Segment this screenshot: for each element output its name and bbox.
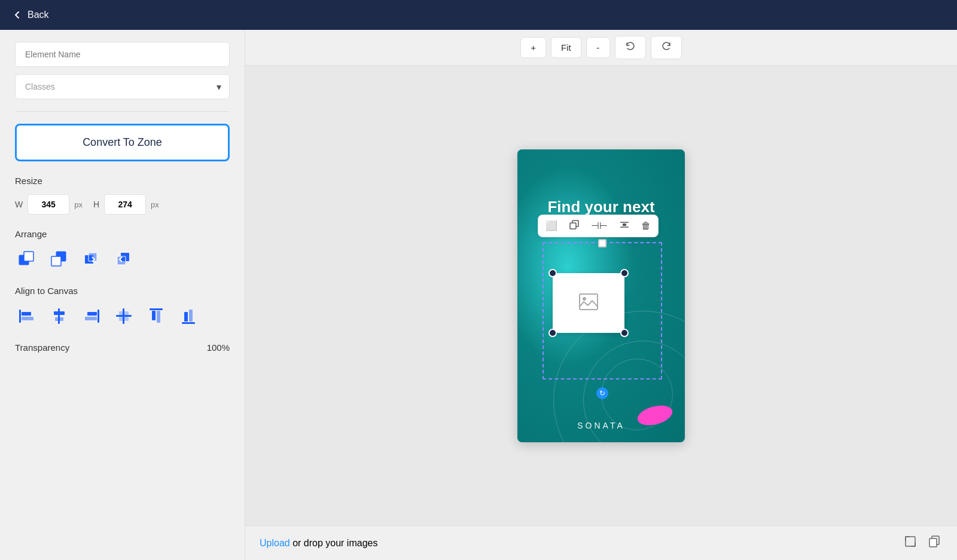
svg-rect-15 (87, 312, 97, 316)
transparency-value: 100% (207, 342, 230, 353)
expand-icon (904, 535, 916, 547)
svg-rect-20 (150, 308, 163, 310)
phone-headline: Find your nextgetaway (517, 197, 685, 238)
svg-rect-33 (906, 537, 915, 546)
height-unit: px (151, 200, 159, 209)
phone-card[interactable]: Find your nextgetaway ⬜ (517, 149, 685, 442)
upload-link[interactable]: Upload (260, 538, 290, 548)
fit-button[interactable]: Fit (551, 37, 581, 58)
zoom-out-button[interactable]: - (586, 37, 610, 58)
back-arrow-icon (12, 10, 23, 20)
expand-icon-button[interactable] (902, 533, 919, 553)
transparency-label: Transparency (15, 342, 69, 353)
bottom-icons (902, 533, 943, 553)
classes-dropdown-wrapper: Classes (15, 74, 230, 99)
copy-icon (928, 535, 940, 547)
svg-rect-25 (189, 310, 193, 322)
width-unit: px (74, 200, 83, 209)
element-name-input[interactable] (15, 42, 230, 67)
left-panel: Classes Convert To Zone Resize W px H px… (0, 30, 245, 560)
svg-rect-9 (22, 312, 31, 316)
center-horizontal-button[interactable] (47, 304, 71, 328)
bottom-bar: Upload or drop your images (245, 525, 957, 560)
bring-to-front-button[interactable] (15, 247, 39, 271)
upload-area: Upload or drop your images (260, 538, 377, 549)
svg-rect-11 (58, 308, 60, 324)
height-label: H (93, 200, 99, 209)
arrange-icons-row (15, 247, 230, 271)
align-top-button[interactable] (144, 304, 168, 328)
convert-to-zone-button[interactable]: Convert To Zone (15, 124, 230, 161)
svg-rect-14 (97, 310, 99, 323)
width-input[interactable] (28, 194, 69, 215)
align-left-button[interactable] (15, 304, 39, 328)
undo-icon (625, 41, 636, 52)
resize-label: Resize (15, 176, 230, 186)
top-bar: Back (0, 0, 957, 30)
svg-rect-8 (19, 310, 21, 323)
arrange-section: Arrange (15, 229, 230, 271)
canvas-toolbar: + Fit - (245, 30, 957, 66)
classes-dropdown[interactable]: Classes (15, 74, 230, 99)
zoom-in-button[interactable]: + (520, 37, 546, 58)
svg-rect-12 (54, 311, 65, 315)
move-forward-button[interactable] (80, 247, 103, 271)
canvas-content[interactable]: Find your nextgetaway ⬜ (245, 66, 957, 525)
canvas-area: + Fit - (245, 30, 957, 560)
align-label: Align to Canvas (15, 286, 230, 296)
svg-rect-19 (119, 311, 129, 321)
svg-rect-10 (22, 317, 33, 320)
height-input[interactable] (104, 194, 146, 215)
resize-row: W px H px (15, 194, 230, 215)
align-right-button[interactable] (80, 304, 103, 328)
center-all-button[interactable] (112, 304, 136, 328)
back-label: Back (28, 10, 49, 20)
send-to-back-button[interactable] (47, 247, 71, 271)
svg-rect-1 (24, 252, 33, 261)
svg-rect-13 (55, 317, 63, 321)
svg-rect-16 (85, 317, 97, 320)
svg-rect-3 (51, 256, 61, 266)
person-float (631, 388, 679, 424)
svg-rect-35 (929, 538, 937, 547)
brand-text: SONATA (517, 421, 685, 430)
align-section: Align to Canvas (15, 286, 230, 328)
move-backward-button[interactable] (112, 247, 136, 271)
redo-icon (661, 41, 672, 52)
align-icons-row (15, 304, 230, 328)
copy-icon-button[interactable] (926, 533, 943, 553)
transparency-row: Transparency 100% (15, 342, 230, 353)
redo-button[interactable] (651, 36, 682, 59)
svg-rect-22 (157, 311, 160, 323)
svg-rect-23 (182, 322, 195, 324)
back-button[interactable]: Back (12, 10, 49, 20)
main-layout: Classes Convert To Zone Resize W px H px… (0, 30, 957, 560)
width-label: W (15, 200, 23, 209)
arrange-label: Arrange (15, 229, 230, 239)
svg-rect-24 (184, 312, 188, 322)
align-bottom-button[interactable] (176, 304, 200, 328)
upload-text: or drop your images (292, 538, 377, 548)
undo-button[interactable] (615, 36, 646, 59)
divider (15, 111, 230, 112)
svg-rect-21 (152, 311, 156, 320)
